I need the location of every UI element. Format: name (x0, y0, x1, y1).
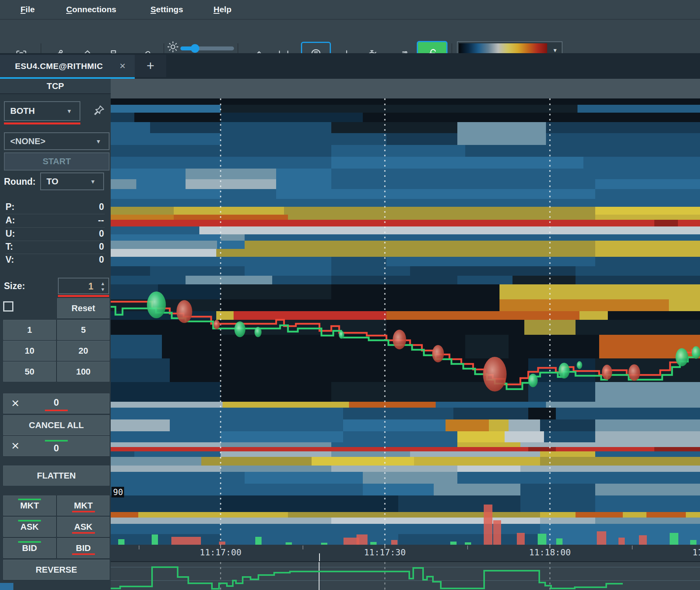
stat-row-average: A: -- (6, 215, 105, 228)
axis-minor-tick (632, 545, 633, 549)
menu-connections[interactable]: Connections (66, 0, 116, 19)
button-label: ASK (74, 522, 92, 532)
stat-row-position: P: 0 (6, 202, 105, 215)
subchart-canvas (111, 562, 700, 590)
divider (6, 214, 105, 214)
buy-accent-line (45, 440, 68, 442)
buy-market-button[interactable]: MKT (3, 495, 56, 516)
strategy-value: <NONE> (5, 136, 97, 147)
mode-active-underline (4, 122, 80, 124)
stat-value: -- (98, 215, 104, 226)
tab-close-icon[interactable]: × (117, 60, 128, 72)
button-label: BID (76, 543, 91, 553)
preset-100-button[interactable]: 100 (57, 362, 110, 382)
preset-10-button[interactable]: 10 (3, 341, 56, 361)
tab-instrument[interactable]: ESU4.CME@RITHMIC × (0, 55, 135, 77)
trading-app-window: File Connections Settings Help (0, 0, 700, 590)
time-axis-label: 11:18:00 (526, 547, 574, 557)
axis-minor-tick (139, 545, 139, 549)
sell-accent-line (72, 511, 95, 512)
buy-order-count: 0 (4, 443, 109, 454)
menu-bar: File Connections Settings Help (0, 0, 700, 19)
trading-panel: TCP BOTH ▾ <NONE> ▾ START Round: TO ▾ P:… (0, 79, 111, 590)
size-value: 1 (88, 281, 93, 292)
sell-accent-line (72, 532, 95, 534)
menu-help[interactable]: Help (214, 0, 232, 19)
size-lock-checkbox[interactable] (3, 301, 13, 312)
stat-key: P: (6, 202, 15, 212)
sell-bid-button[interactable]: BID (57, 538, 110, 558)
preset-1-button[interactable]: 1 (3, 320, 56, 340)
sell-market-button[interactable]: MKT (57, 495, 110, 516)
button-label: BID (22, 543, 37, 553)
time-axis-label: 11:17:00 (197, 547, 244, 557)
buy-ask-button[interactable]: ASK (3, 517, 56, 537)
order-mode-dropdown[interactable]: BOTH ▾ (4, 101, 80, 121)
buy-accent-line (18, 541, 41, 543)
preset-5-button[interactable]: 5 (57, 320, 110, 340)
brightness-icon (166, 40, 180, 54)
reverse-button[interactable]: REVERSE (3, 560, 110, 580)
stat-key: T: (6, 241, 13, 252)
preset-50-button[interactable]: 50 (3, 362, 56, 382)
panel-title: TCP (0, 79, 111, 94)
stat-row-unrealized: U: 0 (6, 228, 105, 241)
stat-value: 0 (99, 228, 104, 239)
axis-minor-tick (467, 545, 468, 549)
reset-button[interactable]: Reset (57, 298, 110, 318)
svg-text:90: 90 (113, 488, 123, 497)
chevron-down-icon: ▾ (91, 178, 103, 185)
time-axis-label: 11:17:30 (361, 547, 408, 557)
cancel-sell-orders-button[interactable]: × 0 (3, 393, 110, 414)
preset-20-button[interactable]: 20 (57, 341, 110, 361)
divider (6, 254, 105, 254)
size-label: Size: (4, 281, 25, 291)
sell-accent-line (45, 410, 68, 411)
heatmap-chart[interactable]: 90 (111, 79, 700, 545)
partial-widget (0, 583, 13, 590)
round-dropdown[interactable]: TO ▾ (40, 173, 104, 190)
toolbar: ▾ (0, 19, 700, 53)
divider (6, 227, 105, 228)
chevron-down-icon: ▾ (68, 108, 80, 115)
buy-accent-line (18, 499, 41, 500)
new-tab-button[interactable]: + (135, 55, 166, 77)
cancel-buy-orders-button[interactable]: × 0 (3, 436, 110, 456)
sell-ask-button[interactable]: ASK (57, 517, 110, 537)
axis-minor-tick (303, 545, 303, 549)
divider (6, 241, 105, 241)
sell-accent-line (72, 553, 95, 555)
button-label: MKT (20, 501, 39, 511)
size-spinner[interactable]: 1 ▲ ▼ (58, 278, 109, 294)
stat-value: 0 (99, 202, 104, 212)
brightness-slider-knob[interactable] (191, 44, 199, 53)
pin-icon[interactable] (91, 103, 106, 118)
tab-label: ESU4.CME@RITHMIC (15, 55, 103, 77)
heatmap-canvas: 90 (111, 79, 700, 545)
menu-settings[interactable]: Settings (150, 0, 183, 19)
time-axis-label: 11 (674, 547, 700, 557)
spinner-up-icon[interactable]: ▲ (100, 281, 105, 286)
buy-accent-line (18, 520, 41, 521)
chevron-down-icon: ▾ (97, 138, 109, 145)
stat-row-volume: V: 0 (6, 254, 105, 267)
crosshair-line (319, 553, 320, 561)
brightness-slider[interactable] (180, 46, 234, 50)
round-label: Round: (4, 176, 35, 187)
stat-value: 0 (99, 254, 104, 265)
stat-key: U: (6, 228, 15, 239)
round-value: TO (41, 176, 91, 187)
buy-bid-button[interactable]: BID (3, 538, 56, 558)
stat-row-total: T: 0 (6, 241, 105, 254)
flatten-button[interactable]: FLATTEN (3, 466, 110, 486)
menu-file[interactable]: File (20, 0, 35, 19)
strategy-dropdown[interactable]: <NONE> ▾ (4, 132, 110, 150)
button-label: ASK (20, 522, 39, 532)
cancel-all-button[interactable]: CANCEL ALL (3, 415, 110, 435)
size-active-underline (58, 295, 109, 297)
spinner-down-icon[interactable]: ▼ (100, 287, 105, 292)
start-button[interactable]: START (4, 152, 110, 171)
order-mode-value: BOTH (5, 106, 68, 116)
indicator-subchart[interactable] (111, 561, 700, 590)
stat-value: 0 (99, 241, 104, 252)
